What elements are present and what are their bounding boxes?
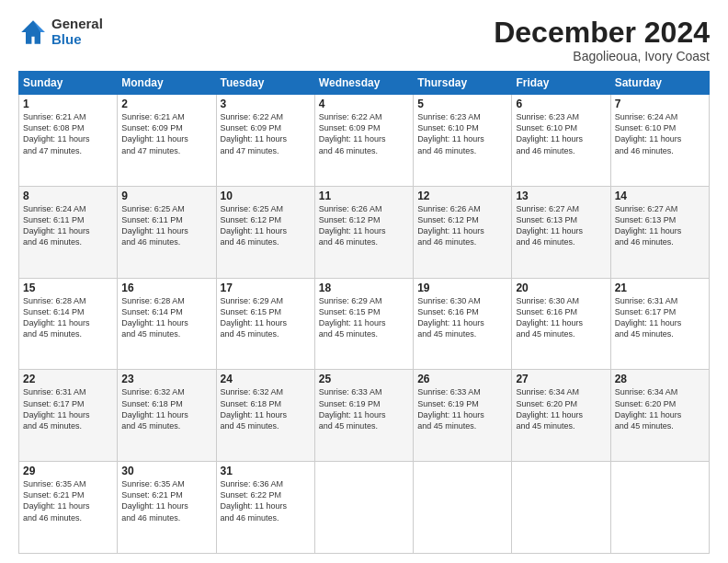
day-number: 25 xyxy=(319,373,409,385)
day-cell: 17Sunrise: 6:29 AM Sunset: 6:15 PM Dayli… xyxy=(216,278,314,370)
day-number: 9 xyxy=(121,190,211,202)
day-number: 13 xyxy=(516,190,606,202)
day-header-wednesday: Wednesday xyxy=(314,72,413,95)
day-number: 1 xyxy=(23,98,113,110)
day-cell: 19Sunrise: 6:30 AM Sunset: 6:16 PM Dayli… xyxy=(414,278,512,370)
day-cell xyxy=(512,462,610,554)
calendar-table: SundayMondayTuesdayWednesdayThursdayFrid… xyxy=(18,71,710,554)
day-info: Sunrise: 6:31 AM Sunset: 6:17 PM Dayligh… xyxy=(615,295,705,340)
header-row: SundayMondayTuesdayWednesdayThursdayFrid… xyxy=(19,72,710,95)
day-number: 11 xyxy=(319,190,409,202)
day-number: 29 xyxy=(23,465,113,477)
day-info: Sunrise: 6:30 AM Sunset: 6:16 PM Dayligh… xyxy=(417,295,507,340)
day-number: 18 xyxy=(319,282,409,294)
day-cell: 22Sunrise: 6:31 AM Sunset: 6:17 PM Dayli… xyxy=(19,370,118,462)
day-header-sunday: Sunday xyxy=(19,72,118,95)
week-row-3: 15Sunrise: 6:28 AM Sunset: 6:14 PM Dayli… xyxy=(19,278,710,370)
location-subtitle: Bagolieoua, Ivory Coast xyxy=(494,49,710,63)
day-cell: 24Sunrise: 6:32 AM Sunset: 6:18 PM Dayli… xyxy=(216,370,314,462)
day-number: 16 xyxy=(121,282,211,294)
day-cell xyxy=(414,462,512,554)
day-header-tuesday: Tuesday xyxy=(216,72,314,95)
day-info: Sunrise: 6:35 AM Sunset: 6:21 PM Dayligh… xyxy=(23,478,113,523)
day-cell xyxy=(610,462,709,554)
day-info: Sunrise: 6:24 AM Sunset: 6:10 PM Dayligh… xyxy=(615,111,705,156)
day-info: Sunrise: 6:21 AM Sunset: 6:09 PM Dayligh… xyxy=(121,111,211,156)
logo-general: General xyxy=(51,17,103,32)
day-cell: 6Sunrise: 6:23 AM Sunset: 6:10 PM Daylig… xyxy=(512,95,610,187)
day-cell: 16Sunrise: 6:28 AM Sunset: 6:14 PM Dayli… xyxy=(118,278,216,370)
day-number: 3 xyxy=(221,98,311,110)
day-number: 30 xyxy=(121,465,211,477)
day-number: 12 xyxy=(417,190,507,202)
day-number: 6 xyxy=(516,98,606,110)
day-info: Sunrise: 6:33 AM Sunset: 6:19 PM Dayligh… xyxy=(319,386,409,431)
day-info: Sunrise: 6:26 AM Sunset: 6:12 PM Dayligh… xyxy=(319,203,409,248)
day-number: 27 xyxy=(516,373,606,385)
day-info: Sunrise: 6:29 AM Sunset: 6:15 PM Dayligh… xyxy=(319,295,409,340)
day-number: 24 xyxy=(221,373,311,385)
day-number: 8 xyxy=(23,190,113,202)
day-info: Sunrise: 6:33 AM Sunset: 6:19 PM Dayligh… xyxy=(417,386,507,431)
page: General Blue December 2024 Bagolieoua, I… xyxy=(0,0,728,563)
day-number: 14 xyxy=(615,190,705,202)
day-cell: 12Sunrise: 6:26 AM Sunset: 6:12 PM Dayli… xyxy=(414,186,512,278)
day-cell: 18Sunrise: 6:29 AM Sunset: 6:15 PM Dayli… xyxy=(314,278,413,370)
day-number: 21 xyxy=(615,282,705,294)
day-header-monday: Monday xyxy=(118,72,216,95)
day-info: Sunrise: 6:23 AM Sunset: 6:10 PM Dayligh… xyxy=(516,111,606,156)
day-cell: 13Sunrise: 6:27 AM Sunset: 6:13 PM Dayli… xyxy=(512,186,610,278)
logo: General Blue xyxy=(18,17,103,47)
day-header-saturday: Saturday xyxy=(610,72,709,95)
day-info: Sunrise: 6:31 AM Sunset: 6:17 PM Dayligh… xyxy=(23,386,113,431)
day-cell: 20Sunrise: 6:30 AM Sunset: 6:16 PM Dayli… xyxy=(512,278,610,370)
day-info: Sunrise: 6:28 AM Sunset: 6:14 PM Dayligh… xyxy=(121,295,211,340)
day-header-thursday: Thursday xyxy=(414,72,512,95)
day-cell: 29Sunrise: 6:35 AM Sunset: 6:21 PM Dayli… xyxy=(19,462,118,554)
day-info: Sunrise: 6:29 AM Sunset: 6:15 PM Dayligh… xyxy=(221,295,311,340)
day-number: 31 xyxy=(221,465,311,477)
day-number: 2 xyxy=(121,98,211,110)
day-info: Sunrise: 6:23 AM Sunset: 6:10 PM Dayligh… xyxy=(417,111,507,156)
day-info: Sunrise: 6:22 AM Sunset: 6:09 PM Dayligh… xyxy=(319,111,409,156)
day-cell: 26Sunrise: 6:33 AM Sunset: 6:19 PM Dayli… xyxy=(414,370,512,462)
day-cell: 25Sunrise: 6:33 AM Sunset: 6:19 PM Dayli… xyxy=(314,370,413,462)
logo-blue: Blue xyxy=(51,32,103,48)
day-number: 22 xyxy=(23,373,113,385)
day-info: Sunrise: 6:27 AM Sunset: 6:13 PM Dayligh… xyxy=(516,203,606,248)
day-number: 17 xyxy=(221,282,311,294)
logo-text: General Blue xyxy=(51,17,103,47)
day-info: Sunrise: 6:21 AM Sunset: 6:08 PM Dayligh… xyxy=(23,111,113,156)
day-cell: 7Sunrise: 6:24 AM Sunset: 6:10 PM Daylig… xyxy=(610,95,709,187)
day-cell: 5Sunrise: 6:23 AM Sunset: 6:10 PM Daylig… xyxy=(414,95,512,187)
day-info: Sunrise: 6:24 AM Sunset: 6:11 PM Dayligh… xyxy=(23,203,113,248)
day-info: Sunrise: 6:25 AM Sunset: 6:12 PM Dayligh… xyxy=(221,203,311,248)
day-info: Sunrise: 6:32 AM Sunset: 6:18 PM Dayligh… xyxy=(121,386,211,431)
day-cell: 21Sunrise: 6:31 AM Sunset: 6:17 PM Dayli… xyxy=(610,278,709,370)
day-number: 10 xyxy=(221,190,311,202)
day-cell: 27Sunrise: 6:34 AM Sunset: 6:20 PM Dayli… xyxy=(512,370,610,462)
calendar-body: 1Sunrise: 6:21 AM Sunset: 6:08 PM Daylig… xyxy=(19,95,710,554)
day-info: Sunrise: 6:35 AM Sunset: 6:21 PM Dayligh… xyxy=(121,478,211,523)
day-number: 23 xyxy=(121,373,211,385)
day-cell: 31Sunrise: 6:36 AM Sunset: 6:22 PM Dayli… xyxy=(216,462,314,554)
day-cell xyxy=(314,462,413,554)
week-row-4: 22Sunrise: 6:31 AM Sunset: 6:17 PM Dayli… xyxy=(19,370,710,462)
day-info: Sunrise: 6:34 AM Sunset: 6:20 PM Dayligh… xyxy=(615,386,705,431)
week-row-1: 1Sunrise: 6:21 AM Sunset: 6:08 PM Daylig… xyxy=(19,95,710,187)
day-number: 7 xyxy=(615,98,705,110)
day-cell: 2Sunrise: 6:21 AM Sunset: 6:09 PM Daylig… xyxy=(118,95,216,187)
day-cell: 15Sunrise: 6:28 AM Sunset: 6:14 PM Dayli… xyxy=(19,278,118,370)
day-number: 20 xyxy=(516,282,606,294)
day-info: Sunrise: 6:27 AM Sunset: 6:13 PM Dayligh… xyxy=(615,203,705,248)
day-number: 19 xyxy=(417,282,507,294)
month-title: December 2024 xyxy=(494,17,710,49)
day-info: Sunrise: 6:25 AM Sunset: 6:11 PM Dayligh… xyxy=(121,203,211,248)
day-number: 15 xyxy=(23,282,113,294)
day-cell: 14Sunrise: 6:27 AM Sunset: 6:13 PM Dayli… xyxy=(610,186,709,278)
day-info: Sunrise: 6:22 AM Sunset: 6:09 PM Dayligh… xyxy=(221,111,311,156)
day-info: Sunrise: 6:28 AM Sunset: 6:14 PM Dayligh… xyxy=(23,295,113,340)
week-row-5: 29Sunrise: 6:35 AM Sunset: 6:21 PM Dayli… xyxy=(19,462,710,554)
day-info: Sunrise: 6:30 AM Sunset: 6:16 PM Dayligh… xyxy=(516,295,606,340)
day-number: 5 xyxy=(417,98,507,110)
